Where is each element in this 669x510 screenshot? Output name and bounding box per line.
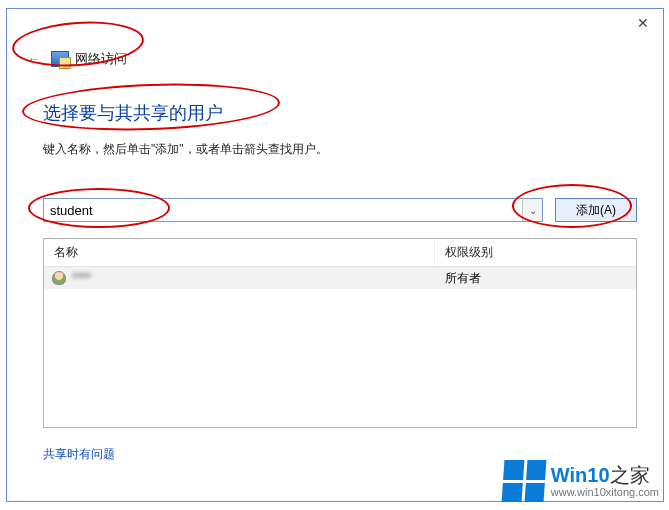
row-permission-cell: 所有者 xyxy=(435,270,636,287)
instruction-text: 键入名称，然后单击"添加"，或者单击箭头查找用户。 xyxy=(43,141,637,158)
breadcrumb: 网络访问 xyxy=(51,50,127,68)
row-user-name: **** xyxy=(72,271,91,285)
list-header: 名称 权限级别 xyxy=(44,239,636,267)
user-combobox[interactable]: ⌄ xyxy=(43,198,543,222)
close-icon: ✕ xyxy=(637,15,649,31)
column-permission[interactable]: 权限级别 xyxy=(435,239,636,266)
watermark-brand-suffix: 之家 xyxy=(610,464,650,486)
titlebar: ✕ xyxy=(7,9,663,39)
list-body: **** 所有者 xyxy=(44,267,636,427)
close-button[interactable]: ✕ xyxy=(623,9,663,37)
chevron-down-icon: ⌄ xyxy=(529,205,537,216)
help-link[interactable]: 共享时有问题 xyxy=(43,446,115,463)
watermark-text: Win10之家 www.win10xitong.com xyxy=(551,464,659,498)
windows-logo-icon xyxy=(501,460,546,502)
watermark: Win10之家 www.win10xitong.com xyxy=(499,458,663,504)
add-button[interactable]: 添加(A) xyxy=(555,198,637,222)
user-icon xyxy=(52,271,66,285)
add-user-row: ⌄ 添加(A) xyxy=(43,198,637,222)
breadcrumb-label: 网络访问 xyxy=(75,50,127,68)
page-heading: 选择要与其共享的用户 xyxy=(43,101,637,125)
column-name[interactable]: 名称 xyxy=(44,239,435,266)
content-area: 选择要与其共享的用户 键入名称，然后单击"添加"，或者单击箭头查找用户。 ⌄ 添… xyxy=(43,101,637,489)
screenshot-root: ✕ ← 网络访问 选择要与其共享的用户 键入名称，然后单击"添加"，或者单击箭头… xyxy=(0,0,669,510)
dropdown-button[interactable]: ⌄ xyxy=(522,199,542,221)
table-row[interactable]: **** 所有者 xyxy=(44,267,636,289)
back-arrow-icon: ← xyxy=(27,51,41,67)
network-icon xyxy=(51,51,69,67)
share-dialog-window: ✕ ← 网络访问 选择要与其共享的用户 键入名称，然后单击"添加"，或者单击箭头… xyxy=(6,8,664,502)
back-button[interactable]: ← xyxy=(27,51,41,67)
user-input[interactable] xyxy=(44,199,522,221)
watermark-url: www.win10xitong.com xyxy=(551,486,659,498)
user-list: 名称 权限级别 **** 所有者 xyxy=(43,238,637,428)
watermark-brand-main: Win10 xyxy=(551,464,610,486)
row-name-cell: **** xyxy=(44,271,435,285)
